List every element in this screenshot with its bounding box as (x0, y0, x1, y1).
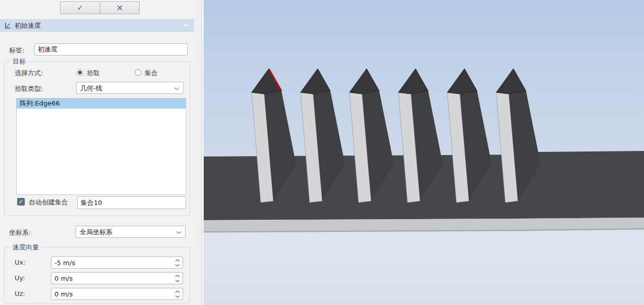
spin-up-button[interactable] (174, 289, 181, 294)
ux-spinner (174, 258, 181, 267)
apply-cancel-toolbar: ✓ × (60, 2, 140, 14)
spin-down-button[interactable] (174, 294, 181, 298)
graphics-viewport[interactable] (202, 0, 644, 305)
uz-label: Uz: (15, 290, 25, 297)
confirm-button[interactable]: ✓ (61, 2, 100, 14)
list-item[interactable]: 阵列:Edge66 (17, 98, 186, 109)
spin-down-button[interactable] (174, 278, 181, 283)
section-title: 初始速度 (15, 21, 41, 30)
coordinate-system-label: 坐标系: (9, 228, 31, 237)
pick-type-dropdown[interactable]: 几何-线 (76, 82, 184, 94)
radio-pick[interactable] (77, 69, 83, 76)
auto-create-checkbox[interactable]: ✓ (17, 198, 25, 206)
axes-icon (4, 22, 12, 29)
selection-listbox[interactable]: 阵列:Edge66 (16, 98, 186, 195)
uy-input[interactable] (51, 272, 183, 284)
uy-spinner (174, 274, 181, 283)
radio-set-label[interactable]: 集合 (145, 69, 158, 78)
label-input[interactable] (34, 43, 188, 56)
chevron-down-icon (174, 87, 180, 90)
section-header[interactable]: 初始速度 (0, 19, 194, 32)
app-window: ✓ × 初始速度 标签: 目标 选择方式: 拾取 集合 拾取类型: (0, 0, 644, 305)
spin-up-button[interactable] (174, 274, 181, 278)
uy-field (51, 272, 183, 284)
spin-up-button[interactable] (174, 258, 181, 263)
chevron-up-icon[interactable] (183, 23, 189, 28)
label-field-label: 标签: (9, 46, 24, 55)
auto-create-name-input[interactable] (77, 196, 186, 209)
radio-set[interactable] (135, 69, 141, 76)
coordinate-system-value: 全局坐标系 (80, 228, 112, 236)
spin-down-button[interactable] (174, 263, 181, 267)
coordinate-system-dropdown[interactable]: 全局坐标系 (76, 226, 186, 238)
target-group: 目标 选择方式: 拾取 集合 拾取类型: 几何-线 阵列:Edge66 ✓ 自动… (4, 61, 190, 216)
velocity-group: 速度向量 Ux: Uy: (4, 247, 190, 303)
ux-field (51, 257, 183, 269)
uz-input[interactable] (51, 288, 183, 300)
velocity-group-title: 速度向量 (11, 243, 41, 252)
uz-field (51, 288, 183, 300)
uz-spinner (174, 289, 181, 298)
pick-type-value: 几何-线 (80, 84, 102, 92)
cancel-button[interactable]: × (100, 2, 140, 14)
radio-pick-label[interactable]: 拾取 (87, 69, 100, 78)
selection-method-label: 选择方式: (15, 69, 43, 78)
chevron-down-icon (176, 231, 182, 234)
ux-input[interactable] (51, 257, 183, 269)
uy-label: Uy: (15, 274, 25, 282)
panel-scroll-gutter[interactable] (194, 0, 202, 305)
target-group-title: 目标 (11, 57, 28, 66)
auto-create-label[interactable]: 自动创建集合 (29, 198, 68, 207)
viewport-left-edge (202, 0, 204, 305)
ux-label: Ux: (15, 259, 26, 266)
pick-type-label: 拾取类型: (15, 84, 43, 93)
settings-panel: ✓ × 初始速度 标签: 目标 选择方式: 拾取 集合 拾取类型: (0, 0, 194, 305)
